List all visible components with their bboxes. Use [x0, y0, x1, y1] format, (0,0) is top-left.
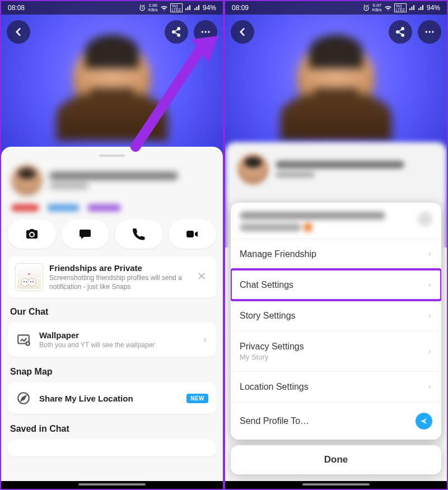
wallpaper-row[interactable]: Wallpaper Both you and YT will see the w…: [8, 323, 216, 357]
chat-button[interactable]: [62, 220, 110, 249]
avatar: [237, 153, 269, 185]
close-icon: [197, 272, 206, 281]
svg-point-5: [204, 31, 206, 32]
chevron-right-icon: [427, 311, 432, 320]
alarm-icon: [362, 4, 370, 12]
svg-point-13: [30, 281, 31, 282]
back-button[interactable]: [7, 20, 30, 44]
svg-point-10: [28, 278, 36, 286]
share-icon: [395, 26, 406, 38]
signal-icon: [185, 4, 192, 11]
menu-story-settings[interactable]: Story Settings: [231, 300, 441, 331]
section-saved: Saved in Chat: [10, 424, 214, 434]
status-bar: 08:08 2.00KB/s Vo)LTE2 94%: [1, 1, 223, 15]
location-icon: [16, 390, 31, 406]
menu-header: [231, 203, 441, 239]
svg-point-23: [426, 31, 427, 32]
profile-header: [8, 162, 216, 199]
battery-pct: 94%: [203, 4, 216, 12]
section-our-chat: Our Chat: [10, 307, 214, 317]
battery-pct: 94%: [427, 4, 440, 12]
chevron-left-icon: [13, 26, 24, 38]
sheet-handle[interactable]: [99, 155, 125, 157]
dismiss-button[interactable]: [195, 269, 208, 286]
share-icon: [171, 26, 182, 38]
share-button[interactable]: [165, 20, 188, 44]
wallpaper-title: Wallpaper: [39, 330, 194, 340]
chat-icon: [78, 227, 92, 241]
call-button[interactable]: [115, 220, 163, 249]
status-icons: 2.00KB/s Vo)LTE2 94%: [138, 3, 216, 12]
svg-point-25: [432, 31, 433, 32]
svg-point-2: [178, 27, 180, 30]
more-horizontal-icon: [200, 26, 211, 38]
menu-chat-settings[interactable]: Chat Settings: [231, 269, 441, 300]
privacy-card: Friendships are Private Screenshotting f…: [8, 256, 216, 298]
section-snap-map: Snap Map: [10, 367, 214, 377]
chevron-right-icon: [427, 382, 432, 391]
menu-send-profile[interactable]: Send Profile To…: [231, 402, 441, 440]
status-time: 08:08: [8, 4, 25, 12]
svg-point-4: [202, 31, 203, 32]
svg-point-14: [32, 281, 34, 282]
nav-bar: [1, 481, 223, 489]
polaroid-icon: [16, 264, 43, 291]
nav-bar: [225, 481, 447, 489]
more-horizontal-icon: [424, 26, 435, 38]
share-location-title: Share My Live Location: [39, 394, 179, 403]
wallpaper-sub: Both you and YT will see the wallpaper: [39, 341, 194, 349]
status-time: 08:09: [232, 4, 249, 12]
send-icon: [416, 413, 432, 430]
chevron-left-icon: [237, 26, 248, 38]
svg-point-6: [208, 31, 209, 32]
chevron-right-icon: [202, 335, 208, 345]
more-button[interactable]: [194, 20, 217, 44]
menu-location-settings[interactable]: Location Settings: [231, 371, 441, 402]
camera-icon: [25, 227, 39, 241]
chevron-right-icon: [427, 281, 432, 290]
menu-manage-friendship[interactable]: Manage Friendship: [231, 239, 441, 269]
profile-sheet: Friendships are Private Screenshotting f…: [1, 147, 223, 489]
profile-badges: [8, 199, 216, 220]
bitmoji-avatar: [274, 18, 398, 141]
chevron-right-icon: [427, 250, 432, 259]
svg-rect-15: [28, 273, 30, 275]
phone-left: 08:08 2.00KB/s Vo)LTE2 94%: [0, 0, 224, 490]
svg-point-11: [24, 281, 25, 282]
status-icons: 0.07KB/s Vo)LTE2 94%: [362, 3, 440, 12]
phone-right: 08:09 0.07KB/s Vo)LTE2 94%: [224, 0, 448, 490]
signal-icon-2: [418, 4, 424, 11]
action-row: [8, 220, 216, 249]
video-button[interactable]: [169, 220, 217, 249]
svg-point-12: [26, 281, 27, 282]
chevron-right-icon: [427, 347, 432, 356]
wifi-icon: [384, 4, 392, 12]
bitmoji-avatar: [50, 18, 174, 141]
svg-point-21: [402, 27, 404, 30]
options-menu: Manage Friendship Chat Settings Story Se…: [231, 203, 441, 440]
wallpaper-icon: [16, 332, 31, 348]
privacy-card-sub: Screenshotting friendship profiles will …: [49, 274, 188, 291]
menu-privacy-settings[interactable]: Privacy Settings My Story: [231, 331, 441, 371]
svg-point-3: [178, 34, 180, 36]
more-button[interactable]: [418, 20, 441, 44]
signal-icon: [409, 4, 416, 11]
svg-point-24: [428, 31, 430, 32]
privacy-card-title: Friendships are Private: [49, 263, 188, 273]
phone-icon: [132, 227, 146, 241]
done-button[interactable]: Done: [231, 445, 441, 474]
back-button[interactable]: [231, 20, 254, 44]
camera-button[interactable]: [8, 220, 56, 249]
share-location-row[interactable]: Share My Live Location NEW: [8, 382, 216, 414]
share-button[interactable]: [389, 20, 412, 44]
alarm-icon: [138, 4, 146, 12]
wifi-icon: [160, 4, 168, 12]
video-icon: [185, 227, 199, 241]
svg-point-22: [402, 34, 404, 36]
signal-icon-2: [194, 4, 200, 11]
status-bar: 08:09 0.07KB/s Vo)LTE2 94%: [225, 1, 447, 15]
svg-rect-8: [186, 231, 194, 237]
avatar: [11, 165, 43, 196]
new-badge: NEW: [186, 394, 208, 403]
